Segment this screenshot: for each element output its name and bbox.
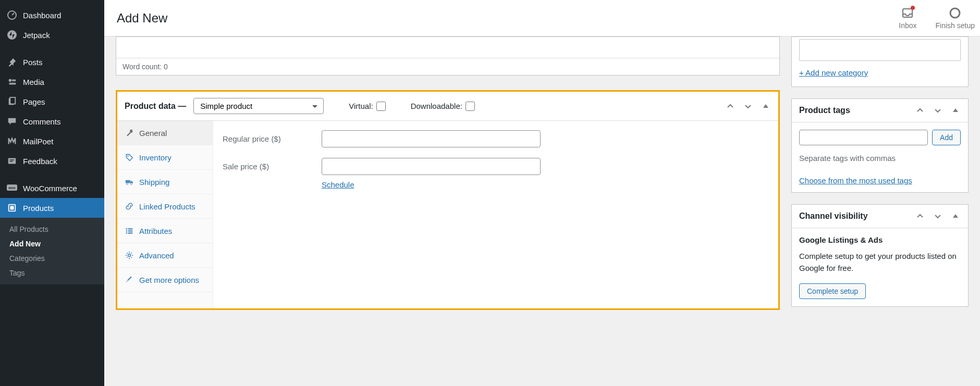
tags-hint: Separate tags with commas [799,154,961,163]
tag-input[interactable] [799,130,928,145]
add-tag-button[interactable]: Add [932,130,961,145]
panel-toggle-icon[interactable] [761,101,771,111]
panel-down-icon[interactable] [933,211,943,221]
topbar: Add New Inbox Finish setup [104,0,980,36]
panel-toggle-icon[interactable] [950,211,961,221]
sidebar-item-products[interactable]: Products [0,198,104,218]
pin-icon [6,56,18,68]
panel-down-icon[interactable] [933,105,943,116]
virtual-checkbox[interactable] [376,102,386,111]
product-type-select[interactable]: Simple product [193,98,324,114]
page-title: Add New [117,11,899,26]
sidebar-item-pages[interactable]: Pages [0,92,104,111]
finish-setup-label: Finish setup [936,21,975,30]
panel-up-icon[interactable] [725,101,736,111]
schedule-link[interactable]: Schedule [322,180,354,189]
tab-get-more-options[interactable]: Get more options [117,268,213,292]
sidebar-label: Products [23,204,54,213]
editor-body[interactable] [116,37,779,58]
dashboard-icon [6,9,18,21]
product-data-tabs: General Inventory Shipping [117,121,213,308]
truck-icon [125,177,134,186]
sale-price-label: Sale price ($) [223,158,322,171]
sidebar-item-comments[interactable]: Comments [0,111,104,131]
list-icon [125,226,134,235]
category-select-placeholder[interactable] [799,39,961,61]
feedback-icon [6,155,18,167]
sidebar-sub-all-products[interactable]: All Products [0,222,104,236]
svg-point-17 [130,183,132,184]
channel-visibility-title: Channel visibility [799,211,915,221]
svg-rect-22 [126,232,127,233]
product-tags-title: Product tags [799,106,915,115]
tab-linked-products[interactable]: Linked Products [117,194,213,219]
general-panel: Regular price ($) Sale price ($) Schedul… [213,121,778,308]
svg-rect-20 [126,230,127,231]
google-listings-title: Google Listings & Ads [799,235,961,244]
notification-dot-icon [911,6,915,10]
finish-setup-button[interactable]: Finish setup [936,7,975,30]
sidebar-label: Media [23,78,44,86]
panel-up-icon[interactable] [915,211,925,221]
panel-up-icon[interactable] [915,105,925,116]
sidebar-submenu-products: All Products Add New Categories Tags [0,218,104,284]
sidebar-item-feedback[interactable]: Feedback [0,151,104,171]
choose-tags-link[interactable]: Choose from the most used tags [799,176,912,185]
sidebar-label: Pages [23,97,45,106]
tab-general[interactable]: General [117,121,213,145]
svg-rect-4 [10,97,15,104]
sidebar-sub-tags[interactable]: Tags [0,266,104,280]
sidebar-item-posts[interactable]: Posts [0,52,104,72]
tab-shipping[interactable]: Shipping [117,170,213,194]
editor-word-count: Word count: 0 [116,58,779,75]
sidebar-item-jetpack[interactable]: Jetpack [0,25,104,45]
svg-rect-15 [126,180,130,183]
svg-rect-6 [10,159,15,160]
sidebar-sub-categories[interactable]: Categories [0,251,104,266]
svg-point-1 [7,30,17,40]
sidebar-label: Posts [23,58,43,67]
product-data-title: Product data — [125,102,186,111]
sidebar-sub-add-new[interactable]: Add New [0,236,104,251]
sidebar-item-woocommerce[interactable]: woo WooCommerce [0,178,104,198]
sidebar-item-media[interactable]: Media [0,72,104,92]
inbox-button[interactable]: Inbox [899,7,916,30]
tag-icon [125,153,134,162]
virtual-text: Virtual: [349,102,373,110]
complete-setup-button[interactable]: Complete setup [799,283,866,299]
comment-icon [6,116,18,127]
svg-rect-21 [128,230,133,231]
link-icon [125,202,134,211]
tab-attributes[interactable]: Attributes [117,219,213,243]
sidebar-item-dashboard[interactable]: Dashboard [0,5,104,25]
product-tags-postbox: Product tags Add Separate tags with comm [791,98,969,193]
tab-advanced[interactable]: Advanced [117,243,213,268]
sidebar-item-mailpoet[interactable]: MailPoet [0,131,104,151]
downloadable-checkbox-label[interactable]: Downloadable: [411,102,475,111]
editor-box: Word count: 0 [116,36,780,76]
svg-rect-18 [126,228,127,229]
products-icon [6,202,18,214]
wrench-icon [125,128,134,138]
svg-rect-19 [128,228,133,229]
sidebar-label: MailPoet [23,137,53,146]
panel-down-icon[interactable] [743,101,753,111]
google-listings-desc: Complete setup to get your products list… [799,251,961,274]
tab-inventory[interactable]: Inventory [117,145,213,170]
sidebar-label: Feedback [23,157,57,166]
woocommerce-icon: woo [6,182,18,194]
svg-point-24 [128,254,131,257]
downloadable-checkbox[interactable] [466,102,475,111]
product-categories-postbox: + Add new category [791,36,969,87]
add-new-category-link[interactable]: + Add new category [799,68,868,77]
media-icon [6,76,18,88]
sale-price-input[interactable] [322,158,541,175]
inbox-icon [901,7,914,19]
virtual-checkbox-label[interactable]: Virtual: [349,102,385,111]
product-data-panel: Product data — Simple product Virtual: [116,90,780,310]
svg-rect-23 [128,232,133,233]
panel-toggle-icon[interactable] [950,105,961,116]
jetpack-icon [6,29,18,41]
regular-price-input[interactable] [322,130,541,147]
svg-point-13 [950,8,960,18]
